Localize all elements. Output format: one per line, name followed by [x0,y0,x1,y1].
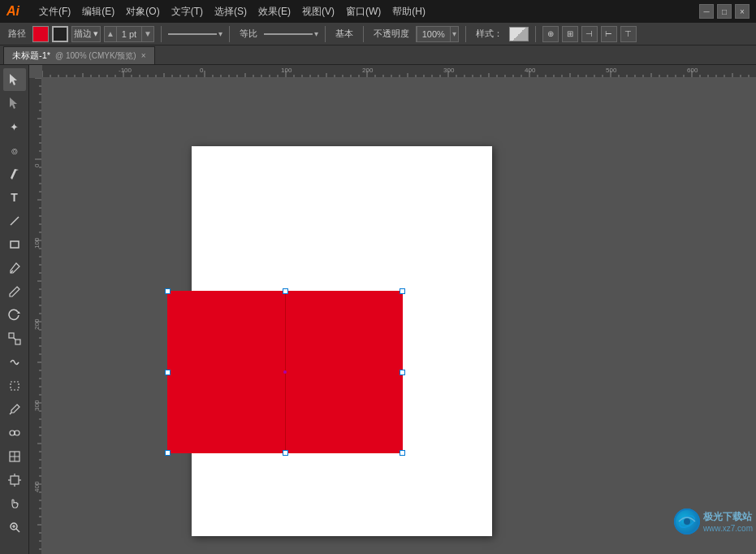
svg-rect-9 [11,382,19,390]
tool-hand[interactable] [3,492,26,515]
tool-scale[interactable] [3,327,26,350]
stroke-up-icon[interactable]: ▲ [105,29,116,38]
svg-rect-3 [11,241,19,248]
handle-bottom-right[interactable] [400,450,405,456]
svg-line-2 [11,217,19,225]
options-toolbar: 路径 描边 ▾ ▲ ▼ ▾ 等比 ▾ 基本 不透明度 ▾ 样式： ⊕ ⊞ ⊣ ⊢… [0,23,756,45]
scale-label: 等比 [236,28,261,40]
tool-select[interactable] [3,68,26,91]
stroke-dropdown[interactable]: 描边 ▾ [71,26,101,42]
menu-effect[interactable]: 效果(E) [253,3,296,20]
svg-line-23 [16,529,19,532]
tool-artboard[interactable] [3,469,26,491]
ruler-vertical [29,78,42,554]
handle-mid-right[interactable] [400,370,405,375]
scale-preview[interactable] [264,33,313,35]
opacity-chevron-icon[interactable]: ▾ [451,29,458,38]
menu-window[interactable]: 窗口(W) [341,3,386,20]
toolbar-sep-1 [161,26,162,42]
tool-pen[interactable] [3,162,26,185]
distribute-icon[interactable]: ⊤ [620,26,637,42]
tool-type[interactable]: T [3,186,26,209]
red-rectangle [167,291,403,453]
watermark: 极光下载站 www.xz7.com [674,509,753,535]
fill-color-swatch[interactable] [32,26,49,42]
opacity-control: ▾ [416,26,459,42]
link-icon[interactable]: ⊕ [542,26,559,42]
menu-view[interactable]: 视图(V) [297,3,339,20]
tool-lasso[interactable]: ⌾ [3,139,26,162]
menu-type[interactable]: 文字(T) [166,3,208,20]
tool-eyedropper[interactable] [3,398,26,421]
tool-magic-wand[interactable]: ✦ [3,115,26,138]
stroke-line-selector: ▾ [168,29,222,38]
document-tab[interactable]: 未标题-1* @ 100% (CMYK/预览) × [3,46,155,64]
minimize-button[interactable]: ─ [699,4,714,19]
tool-rect[interactable] [3,233,26,256]
tab-bar: 未标题-1* @ 100% (CMYK/预览) × [0,45,756,65]
menu-file[interactable]: 文件(F) [34,3,76,20]
style-swatch[interactable] [509,27,529,41]
selected-object-container[interactable] [167,291,403,453]
svg-rect-6 [9,333,14,338]
opacity-input[interactable] [417,26,451,42]
tool-rotate[interactable] [3,304,26,327]
scale-chevron-icon[interactable]: ▾ [314,29,318,38]
handle-bottom-mid[interactable] [283,450,288,456]
svg-rect-17 [11,476,19,484]
stroke-down-icon[interactable]: ▼ [142,29,153,38]
tool-pencil[interactable] [3,280,26,303]
align-right-icon[interactable]: ⊢ [601,26,617,42]
handle-mid-left[interactable] [165,370,171,375]
svg-marker-1 [10,97,17,109]
tool-warp[interactable] [3,351,26,374]
left-toolbar: ✦ ⌾ T [0,65,29,554]
path-label: 路径 [5,28,29,40]
tool-free-transform[interactable] [3,374,26,397]
menu-edit[interactable]: 编辑(E) [77,3,119,20]
menu-object[interactable]: 对象(O) [121,3,164,20]
tab-mode: @ 100% (CMYK/预览) [55,50,136,62]
toolbar-sep-4 [363,26,364,42]
title-bar: Ai 文件(F) 编辑(E) 对象(O) 文字(T) 选择(S) 效果(E) 视… [0,0,756,23]
handle-top-right[interactable] [400,288,405,294]
line-chevron-icon[interactable]: ▾ [218,29,222,38]
stroke-color-swatch[interactable] [52,26,68,42]
center-point [283,370,287,374]
maximize-button[interactable]: □ [717,4,732,19]
svg-point-11 [10,431,15,435]
handle-bottom-left[interactable] [165,450,171,456]
svg-point-12 [15,431,19,435]
menu-select[interactable]: 选择(S) [210,3,252,20]
stroke-label: 描边 [74,28,92,40]
menu-help[interactable]: 帮助(H) [387,3,430,20]
handle-top-mid[interactable] [283,288,288,294]
canvas-area[interactable]: 极光下载站 www.xz7.com [29,65,756,554]
opacity-label: 不透明度 [370,28,413,40]
main-area: ✦ ⌾ T [0,65,756,554]
line-style-preview[interactable] [168,33,217,35]
watermark-brand: 极光下载站 [703,510,753,524]
toolbar-sep-2 [229,26,230,42]
svg-marker-0 [10,74,17,85]
handle-top-left[interactable] [165,288,171,294]
svg-line-10 [10,413,11,414]
tool-line[interactable] [3,210,26,232]
transform-icon[interactable]: ⊞ [562,26,578,42]
tab-close-button[interactable]: × [141,51,146,60]
svg-rect-7 [15,340,20,344]
tool-blend[interactable] [3,422,26,444]
base-label: 基本 [332,28,356,40]
ruler-horizontal [42,65,756,78]
tool-slice[interactable] [3,445,26,468]
toolbar-sep-3 [325,26,326,42]
stroke-width-input[interactable] [116,26,142,42]
tool-paintbrush[interactable] [3,257,26,279]
watermark-text: 极光下载站 www.xz7.com [703,510,753,533]
tool-direct-select[interactable] [3,92,26,115]
ai-logo: Ai [6,4,29,19]
toolbar-sep-5 [465,26,466,42]
close-button[interactable]: × [735,4,750,19]
align-left-icon[interactable]: ⊣ [581,26,598,42]
tool-zoom[interactable] [3,516,26,539]
